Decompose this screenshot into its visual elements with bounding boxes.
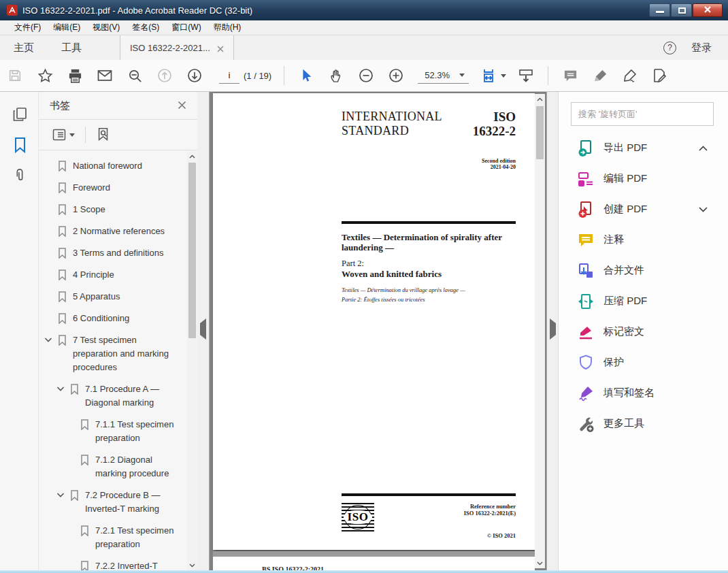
tool-create-pdf[interactable]: 创建 PDF	[559, 194, 728, 225]
iso-logo: ISO	[342, 503, 374, 531]
tools-search-box[interactable]	[571, 102, 714, 126]
bookmark-item[interactable]: Foreword	[39, 181, 186, 195]
scrollbar-thumb[interactable]	[188, 163, 196, 338]
panel-gutter-left	[197, 92, 210, 570]
window-title: ISO 16322-2-2021.pdf - Adobe Acrobat Rea…	[22, 5, 252, 16]
chevron-up-icon[interactable]	[699, 146, 708, 151]
close-panel-icon[interactable]	[178, 100, 186, 112]
tool-fill-sign[interactable]: 填写和签名	[559, 378, 728, 408]
bookmark-item[interactable]: 7.2.1 Test specimen preparation	[39, 524, 186, 551]
bookmark-item[interactable]: 2 Normative references	[39, 225, 186, 238]
fill-sign-toolbar-icon[interactable]	[620, 65, 640, 86]
bookmark-item[interactable]: National foreword	[39, 159, 186, 173]
tool-compress-pdf[interactable]: 压缩 PDF	[559, 286, 728, 316]
bookmarks-panel-title: 书签	[50, 99, 70, 112]
bookmark-item[interactable]: 7.1.2 Diagonal marking procedure	[39, 453, 186, 480]
main-toolbar: (1 / 19) 52.3%	[0, 60, 728, 92]
reference-number: Reference number ISO 16322-2:2021(E)	[464, 503, 516, 517]
menu-view[interactable]: 视图(V)	[86, 22, 126, 33]
page-gap	[213, 551, 535, 557]
zoom-level-select[interactable]: 52.3%	[418, 68, 469, 84]
page-number-input[interactable]	[219, 67, 239, 84]
bookmarks-list: National foreword Foreword 1 Scope 2 Nor…	[39, 151, 186, 570]
tool-export-pdf[interactable]: 导出 PDF	[559, 133, 728, 163]
standard-type-heading: INTERNATIONAL STANDARD	[342, 110, 442, 138]
scroll-up-icon[interactable]	[187, 151, 197, 161]
find-bookmark-icon[interactable]	[92, 125, 115, 145]
scrollbar-thumb[interactable]	[536, 106, 544, 159]
select-tool-icon[interactable]	[296, 65, 316, 86]
tab-document[interactable]: ISO 16322-2-2021...	[120, 35, 234, 60]
bookmark-item[interactable]: 1 Scope	[39, 203, 186, 216]
tool-comment[interactable]: 注释	[559, 225, 728, 255]
collapse-bookmarks-handle[interactable]	[200, 323, 206, 335]
menu-sign[interactable]: 签名(S)	[126, 22, 165, 33]
bookmarks-panel-icon[interactable]	[10, 135, 30, 155]
highlight-icon[interactable]	[590, 65, 610, 86]
pdf-page[interactable]: INTERNATIONAL STANDARD ISO 16322-2 Secon…	[213, 93, 535, 550]
zoom-in-icon[interactable]	[386, 65, 406, 86]
hand-tool-icon[interactable]	[326, 65, 346, 86]
fit-width-icon[interactable]	[480, 65, 506, 86]
bookmark-item[interactable]: 5 Apparatus	[39, 290, 186, 304]
tools-search-input[interactable]	[572, 103, 713, 125]
bookmark-item[interactable]: 7.1 Procedure A — Diagonal marking	[39, 382, 186, 410]
comment-icon[interactable]	[560, 65, 580, 86]
bookmark-item[interactable]: 7.1.1 Test specimen preparation	[39, 418, 186, 445]
document-scrollbar[interactable]	[535, 94, 545, 568]
next-page-icon[interactable]	[184, 65, 205, 86]
page-count-label: (1 / 19)	[244, 71, 271, 81]
menu-edit[interactable]: 编辑(E)	[47, 22, 86, 33]
zoom-out-icon[interactable]	[356, 65, 376, 86]
bookmarks-panel: 书签 National foreword	[39, 92, 197, 570]
close-button[interactable]	[693, 3, 723, 17]
menu-window[interactable]: 窗口(W)	[165, 22, 207, 33]
bookmark-item[interactable]: 7.2 Procedure B — Inverted-T marking	[39, 489, 186, 516]
export-pdf-icon	[577, 140, 595, 157]
scroll-mode-icon[interactable]	[516, 65, 536, 86]
bookmark-item[interactable]: 3 Terms and definitions	[39, 246, 186, 260]
tab-home[interactable]: 主页	[0, 35, 48, 60]
star-icon[interactable]	[35, 65, 55, 86]
expand-tools-handle[interactable]	[550, 323, 556, 335]
tool-redact[interactable]: 标记密文	[559, 316, 728, 347]
title-bar: ISO 16322-2-2021.pdf - Adobe Acrobat Rea…	[0, 0, 728, 20]
bookmarks-scrollbar[interactable]	[187, 151, 197, 570]
menu-file[interactable]: 文件(F)	[8, 22, 47, 33]
pdf-page-next[interactable]: BS ISO 16322-2:2021	[213, 557, 535, 570]
menu-bar: 文件(F) 编辑(E) 视图(V) 签名(S) 窗口(W) 帮助(H)	[0, 20, 728, 35]
tool-combine-files[interactable]: 合并文件	[559, 255, 728, 286]
tool-more-tools[interactable]: 更多工具	[559, 408, 728, 439]
tab-tools[interactable]: 工具	[48, 35, 95, 60]
tool-protect[interactable]: 保护	[559, 347, 728, 378]
part-title: Woven and knitted fabrics	[342, 269, 442, 280]
page-thumbnails-icon[interactable]	[10, 104, 30, 125]
bookmark-item[interactable]: 4 Principle	[39, 268, 186, 282]
sign-in-button[interactable]: 登录	[691, 42, 712, 54]
bookmark-options-icon[interactable]	[48, 126, 79, 144]
restore-button[interactable]	[671, 3, 692, 17]
chevron-down-icon[interactable]	[699, 207, 708, 212]
minimize-button[interactable]	[649, 3, 670, 17]
stamp-icon[interactable]	[650, 65, 670, 86]
more-tools-icon	[577, 415, 595, 433]
scroll-down-icon[interactable]	[535, 558, 545, 568]
document-title-french: Textiles — Détermination du vrillage apr…	[342, 285, 465, 304]
email-icon[interactable]	[95, 65, 115, 86]
previous-page-icon[interactable]	[154, 65, 175, 86]
bookmark-item[interactable]: 7 Test specimen preparation and marking …	[39, 333, 186, 374]
search-icon[interactable]	[125, 65, 145, 86]
help-icon[interactable]: ?	[663, 42, 676, 54]
bookmark-item[interactable]: 7.2.2 Inverted-T marking	[39, 559, 186, 570]
menu-help[interactable]: 帮助(H)	[208, 22, 248, 33]
scroll-up-icon[interactable]	[535, 94, 545, 104]
comment-icon	[577, 231, 595, 249]
save-icon[interactable]	[5, 65, 25, 86]
attachments-icon[interactable]	[10, 165, 30, 186]
tab-close-icon[interactable]	[217, 44, 224, 51]
panel-gutter-right	[546, 92, 558, 570]
print-icon[interactable]	[65, 65, 85, 86]
bookmark-item[interactable]: 6 Conditioning	[39, 312, 186, 325]
scroll-down-icon[interactable]	[187, 560, 197, 570]
tool-edit-pdf[interactable]: 编辑 PDF	[559, 163, 728, 194]
